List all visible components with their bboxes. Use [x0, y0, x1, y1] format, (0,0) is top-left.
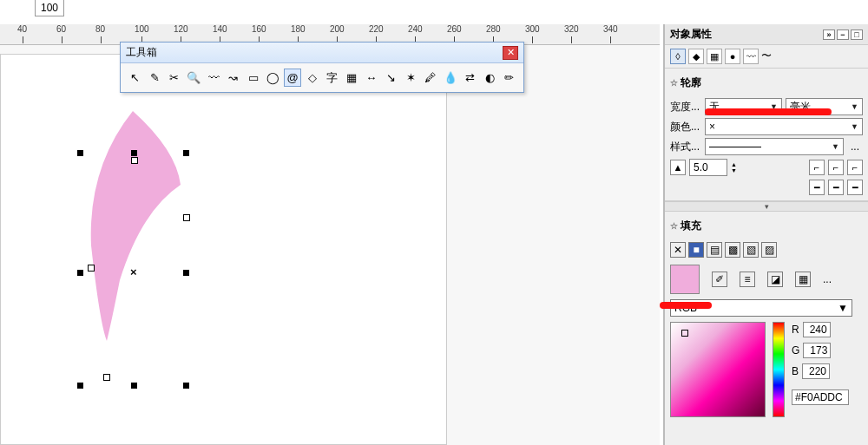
panel-max-icon[interactable]: □ [851, 29, 863, 40]
fill-type-row: ✕■▤▩▧▨ [670, 242, 863, 258]
cap-icon-1[interactable]: ━ [809, 180, 825, 195]
sel-handle-bm[interactable] [131, 383, 137, 389]
section-collapse-bar[interactable]: ▾ [665, 201, 868, 212]
fill-type-solid[interactable]: ■ [688, 242, 704, 258]
cap-icon-2[interactable]: ━ [828, 180, 844, 195]
outline-color-combo[interactable]: ×▼ [705, 118, 863, 135]
text-tool[interactable]: 字 [323, 69, 341, 87]
selected-shape[interactable] [81, 107, 194, 350]
tab-overflow-icon[interactable]: 〜 [761, 49, 772, 64]
rectangle-tool[interactable]: ▭ [244, 69, 262, 87]
sel-handle-ml[interactable] [77, 270, 83, 276]
fill-type-none[interactable]: ✕ [670, 242, 686, 258]
corner-icon-3[interactable]: ⌐ [847, 160, 863, 175]
fill-header[interactable]: 填充 [670, 217, 863, 239]
ruler-tick: 60 [56, 24, 66, 34]
sel-handle-tm[interactable] [131, 150, 137, 156]
fill-tool[interactable]: ◐ [481, 69, 499, 87]
color-field[interactable] [670, 322, 766, 417]
picker-cursor-icon [681, 330, 688, 337]
ruler-tick: 120 [174, 24, 188, 34]
ellipse-tool[interactable]: ◯ [264, 69, 282, 87]
ruler-tick: 160 [252, 24, 266, 34]
corner-icon-2[interactable]: ⌐ [828, 160, 844, 175]
sel-handle-tl[interactable] [77, 150, 83, 156]
fill-type-pattern[interactable]: ▩ [725, 242, 740, 258]
ruler-tick: 340 [603, 24, 618, 34]
toolbox-tools: ↖✎✂🔍〰↝▭◯@◇字▦↔↘✶🖉💧⇄◐✏ [121, 63, 523, 92]
cap-icon-3[interactable]: ━ [847, 180, 863, 195]
ruler-tick: 100 [135, 24, 149, 34]
panel-title: 对象属性 [670, 27, 712, 42]
toolbox-titlebar[interactable]: 工具箱 ✕ [121, 43, 523, 63]
node-handle-2[interactable] [183, 214, 190, 221]
fill-type-texture[interactable]: ▧ [743, 242, 759, 258]
fill-swatch[interactable] [670, 265, 700, 294]
fill-type-fountain[interactable]: ▤ [707, 242, 722, 258]
toolbox-window[interactable]: 工具箱 ✕ ↖✎✂🔍〰↝▭◯@◇字▦↔↘✶🖉💧⇄◐✏ [120, 42, 524, 93]
ruler-tick: 180 [291, 24, 306, 34]
r-input[interactable] [803, 322, 831, 337]
page[interactable]: × [0, 54, 447, 445]
spinner-icon[interactable]: ▲▼ [731, 161, 737, 173]
toolbox-title: 工具箱 [126, 45, 157, 60]
node-handle-4[interactable] [88, 265, 95, 272]
zoom-value-box[interactable]: 100 [35, 0, 64, 16]
freehand-tool[interactable]: 〰 [205, 69, 223, 87]
outline-style-combo[interactable]: ▼ [705, 138, 844, 155]
node-handle-3[interactable] [103, 374, 110, 381]
dimension-tool[interactable]: ↔ [362, 69, 380, 87]
sel-handle-mr[interactable] [183, 270, 189, 276]
outline-section: 轮廓 宽度... 无▼ 毫米▼ 颜色... ×▼ 样式... ▼ ... ▲ [665, 69, 868, 201]
fill-type-postscript[interactable]: ▨ [761, 242, 777, 258]
outline-tool[interactable]: ✏ [500, 69, 518, 87]
style-more[interactable]: ... [847, 141, 863, 153]
center-marker: × [130, 265, 137, 278]
blend-tool[interactable]: ⇄ [461, 69, 479, 87]
zoom-tool[interactable]: 🔍 [185, 69, 203, 87]
corner-icon-1[interactable]: ⌐ [809, 160, 825, 175]
ruler-tick: 40 [17, 24, 27, 34]
effects-tool[interactable]: ✶ [402, 69, 420, 87]
outline-header[interactable]: 轮廓 [670, 74, 863, 95]
ruler-tick: 140 [213, 24, 227, 34]
sel-handle-bl[interactable] [77, 383, 83, 389]
style-label: 样式... [670, 140, 701, 154]
web-tab[interactable]: ● [725, 49, 740, 64]
wave-tab[interactable]: 〰 [743, 49, 759, 64]
panel-titlebar[interactable]: 对象属性 » − □ [665, 24, 868, 45]
spiral-tool[interactable]: @ [284, 69, 302, 87]
hex-input[interactable] [792, 389, 849, 405]
panel-collapse-icon[interactable]: − [837, 29, 849, 40]
attrs-icon[interactable]: ▦ [795, 272, 811, 287]
crop-tool[interactable]: ✂ [165, 69, 183, 87]
fx-tab[interactable]: ▦ [707, 49, 722, 64]
polygon-tool[interactable]: ◇ [303, 69, 321, 87]
panel-expand-icon[interactable]: » [823, 29, 835, 40]
connector-tool[interactable]: ↘ [382, 69, 400, 87]
fill-more[interactable]: ... [823, 273, 832, 285]
node-handle-1[interactable] [131, 157, 138, 164]
table-tool[interactable]: ▦ [343, 69, 361, 87]
eyedropper-icon[interactable]: ✐ [712, 272, 727, 287]
ruler-tick: 300 [525, 24, 540, 34]
bezier-tool[interactable]: ↝ [225, 69, 243, 87]
g-input[interactable] [803, 343, 831, 358]
eyedropper-tool[interactable]: 💧 [441, 69, 459, 87]
sel-handle-tr[interactable] [183, 150, 189, 156]
edit-fill-icon[interactable]: ◪ [767, 272, 783, 287]
hue-slider[interactable] [773, 322, 785, 417]
outline-tab[interactable]: ◊ [670, 49, 686, 64]
sel-handle-br[interactable] [183, 383, 189, 389]
canvas-area[interactable]: × [0, 45, 660, 445]
pointer-tool[interactable]: ↖ [126, 69, 144, 87]
ruler-tick: 80 [95, 24, 105, 34]
adjust-icon[interactable]: ≡ [740, 272, 755, 287]
shape-tool-tool[interactable]: ✎ [146, 69, 164, 87]
miter-value[interactable] [689, 159, 727, 176]
fill-tab[interactable]: ◆ [688, 49, 704, 64]
eyedrop-fill-tool[interactable]: 🖉 [422, 69, 440, 87]
b-label: B [792, 365, 799, 377]
b-input[interactable] [802, 363, 830, 379]
close-icon[interactable]: ✕ [503, 46, 518, 60]
